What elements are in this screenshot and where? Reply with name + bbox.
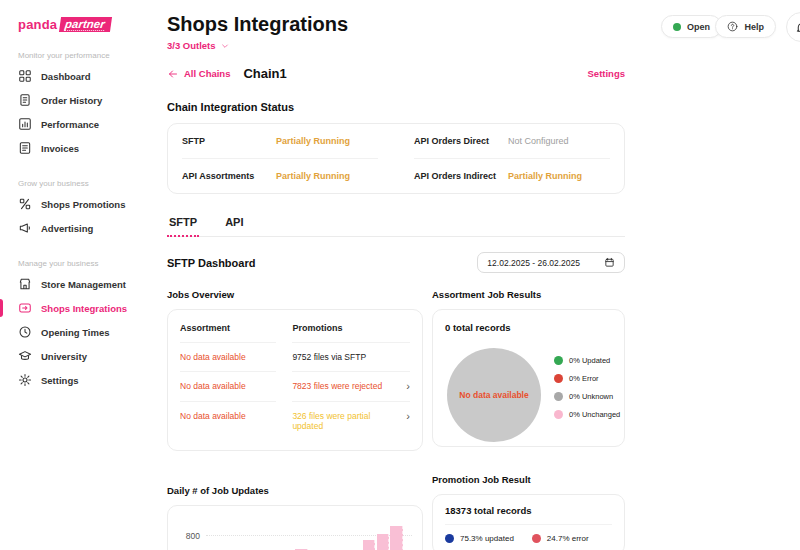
legend-label: 75.3% updated <box>460 534 514 543</box>
sidebar-item-label: Shops Integrations <box>41 303 127 314</box>
chevron-right-icon: › <box>400 381 410 392</box>
outlets-label: 3/3 Outlets <box>167 40 216 51</box>
back-link-label: All Chains <box>184 68 230 79</box>
jobs-promotion-cell[interactable]: 7823 files were rejected› <box>292 371 410 401</box>
jobs-overview-card: AssortmentPromotionsNo data available975… <box>167 309 423 451</box>
sidebar-item-label: University <box>41 351 87 362</box>
integrations-icon <box>18 301 32 315</box>
legend-item: 0% Error <box>554 374 620 383</box>
assortment-legend: 0% Updated0% Error0% Unknown0% Unchanged <box>554 356 620 419</box>
status-row: API AssortmentsPartially Running <box>182 158 378 193</box>
legend-dot <box>554 410 563 419</box>
question-icon <box>727 21 738 32</box>
no-data-label: No data available <box>459 390 528 400</box>
sidebar-section-label: Grow your business <box>18 179 152 188</box>
assortment-results-title: Assortment Job Results <box>432 289 625 300</box>
date-range-picker[interactable]: 12.02.2025 - 26.02.2025 <box>477 252 625 273</box>
chart-bar <box>363 540 375 550</box>
bar-chart-plot: 500600700800 <box>206 520 412 550</box>
sidebar-item-label: Dashboard <box>41 71 91 82</box>
sidebar-item-label: Performance <box>41 119 99 130</box>
brand-logo[interactable]: panda partner <box>0 0 152 32</box>
sidebar-item-label: Advertising <box>41 223 93 234</box>
chain-header: All Chains Chain1 Settings <box>167 66 625 81</box>
status-label: API Orders Direct <box>414 136 508 146</box>
sidebar-item-store-management[interactable]: Store Management <box>0 272 152 296</box>
open-status-label: Open <box>687 22 710 32</box>
integration-status-card: SFTPPartially RunningAPI Orders DirectNo… <box>167 123 625 194</box>
promotion-result-block: Promotion Job Result 18373 total records… <box>432 474 625 550</box>
sidebar-item-settings[interactable]: Settings <box>0 368 152 392</box>
university-icon <box>18 349 32 363</box>
sidebar-item-label: Order History <box>41 95 102 106</box>
chain-settings-link[interactable]: Settings <box>588 68 625 79</box>
sidebar-item-opening-times[interactable]: Opening Times <box>0 320 152 344</box>
jobs-column-header: Assortment <box>180 314 276 342</box>
bell-icon <box>795 21 800 34</box>
sidebar-item-dashboard[interactable]: Dashboard <box>0 64 152 88</box>
promotion-result-title: Promotion Job Result <box>432 474 625 485</box>
integration-status-title: Chain Integration Status <box>167 101 625 113</box>
chain-name: Chain1 <box>243 66 286 81</box>
legend-item: 75.3% updated <box>445 534 514 543</box>
sidebar-item-order-history[interactable]: Order History <box>0 88 152 112</box>
jobs-promotion-text: 7823 files were rejected <box>292 381 382 391</box>
sidebar-section-label: Manage your business <box>18 259 152 268</box>
status-label: SFTP <box>182 136 276 146</box>
sidebar-item-label: Store Management <box>41 279 126 290</box>
sidebar-item-invoices[interactable]: Invoices <box>0 136 152 160</box>
chart-bars <box>214 520 404 550</box>
back-to-all-chains-link[interactable]: All Chains <box>167 68 230 80</box>
chevron-right-icon: › <box>400 411 410 422</box>
sidebar-item-label: Opening Times <box>41 327 109 338</box>
store-icon <box>18 277 32 291</box>
assortment-total-records: 0 total records <box>445 322 612 333</box>
sftp-dashboard-header: SFTP Dashboard 12.02.2025 - 26.02.2025 <box>167 252 625 273</box>
date-range-value: 12.02.2025 - 26.02.2025 <box>487 258 580 268</box>
legend-dot <box>554 356 563 365</box>
promotion-legend: 75.3% updated24.7% error <box>445 534 612 543</box>
sidebar-item-university[interactable]: University <box>0 344 152 368</box>
calendar-icon <box>604 257 615 268</box>
promotion-result-card: 18373 total records 75.3% updated24.7% e… <box>432 494 625 550</box>
legend-dot <box>554 374 563 383</box>
status-row: API Orders DirectNot Configured <box>414 124 610 158</box>
dashboard-icon <box>18 69 32 83</box>
legend-label: 24.7% error <box>547 534 589 543</box>
legend-label: 0% Error <box>569 374 599 383</box>
sidebar-section-label: Monitor your performance <box>18 51 152 60</box>
legend-item: 24.7% error <box>532 534 589 543</box>
status-value: Not Configured <box>508 136 569 146</box>
tab-bar: SFTP API <box>167 216 625 237</box>
tab-sftp[interactable]: SFTP <box>167 216 199 237</box>
daily-updates-block: Daily # of Job Updates 500600700800 <box>167 485 423 550</box>
sidebar-item-shops-promotions[interactable]: Shops Promotions <box>0 192 152 216</box>
legend-dot <box>554 392 563 401</box>
jobs-promotion-cell[interactable]: 326 files were partial updated› <box>292 401 410 440</box>
jobs-assortment-cell: No data available <box>180 342 276 371</box>
status-value: Partially Running <box>508 171 582 181</box>
tab-api[interactable]: API <box>223 216 245 236</box>
status-row: API Orders IndirectPartially Running <box>414 158 610 193</box>
legend-dot <box>532 534 541 543</box>
sidebar-item-shops-integrations[interactable]: Shops Integrations <box>0 296 152 320</box>
promotions-icon <box>18 197 32 211</box>
status-value: Partially Running <box>276 136 350 146</box>
sidebar-item-performance[interactable]: Performance <box>0 112 152 136</box>
assortment-results-card: 0 total records No data available 0% Upd… <box>432 309 625 447</box>
jobs-assortment-cell: No data available <box>180 401 276 440</box>
left-column: Jobs Overview AssortmentPromotionsNo dat… <box>167 289 423 550</box>
notifications-button[interactable] <box>786 12 800 42</box>
outlets-dropdown[interactable]: 3/3 Outlets <box>167 40 229 51</box>
arrow-left-icon <box>167 68 179 80</box>
brand-name-panda: panda <box>18 17 57 32</box>
legend-item: 0% Updated <box>554 356 620 365</box>
open-status-button[interactable]: Open <box>661 15 722 38</box>
brand-name-partner: partner <box>64 18 105 31</box>
jobs-promotion-cell: 9752 files via SFTP <box>292 342 410 371</box>
chart-bar <box>377 534 389 550</box>
gear-icon <box>18 373 32 387</box>
sidebar-item-advertising[interactable]: Advertising <box>0 216 152 240</box>
jobs-assortment-cell: No data available <box>180 371 276 401</box>
help-button[interactable]: Help <box>715 15 776 38</box>
